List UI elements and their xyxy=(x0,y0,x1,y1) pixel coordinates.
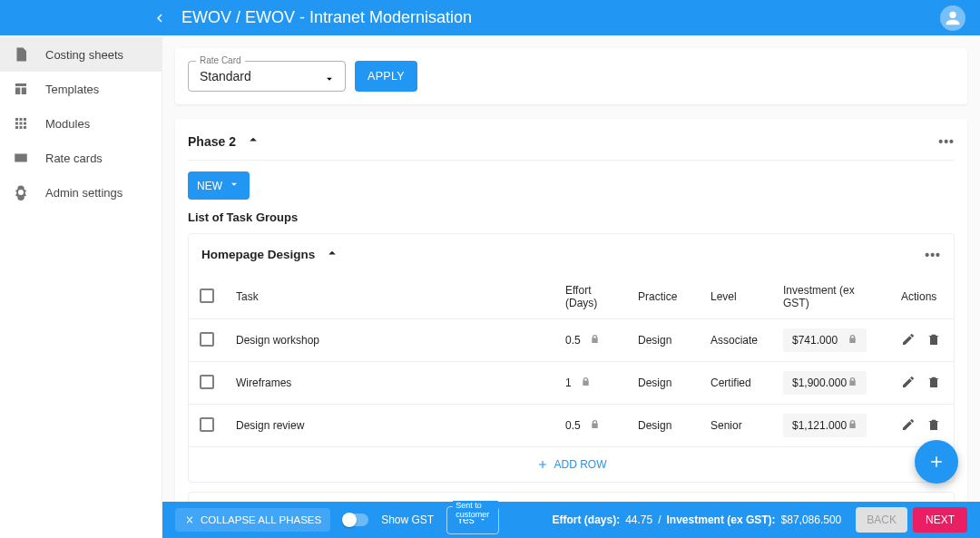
back-button[interactable]: BACK xyxy=(856,507,907,533)
chevron-down-icon xyxy=(228,178,240,193)
cell-effort: 1 xyxy=(554,362,627,405)
add-row-button[interactable]: ADD ROW xyxy=(189,447,954,482)
lock-icon xyxy=(848,419,858,432)
sent-to-customer-label: Sent to customer xyxy=(453,501,498,519)
chevron-down-icon xyxy=(323,73,336,88)
table-row: Design workshop 0.5 Design Associate $74… xyxy=(189,319,954,362)
cell-actions xyxy=(890,319,954,362)
col-actions: Actions xyxy=(890,275,954,319)
cell-task: Wireframes xyxy=(225,362,554,405)
cell-level: Associate xyxy=(700,319,772,362)
cell-practice: Design xyxy=(627,405,700,447)
delete-button[interactable] xyxy=(926,375,941,392)
col-level: Level xyxy=(700,275,772,319)
admin-icon xyxy=(13,184,29,201)
cell-investment: $1,121.000 xyxy=(772,405,890,447)
avatar[interactable] xyxy=(940,5,965,31)
footer-investment-value: $87,086.500 xyxy=(781,514,842,526)
cell-practice: Design xyxy=(627,319,700,362)
lock-icon xyxy=(848,334,858,347)
collapse-all-phases-button[interactable]: COLLAPSE ALL PHASES xyxy=(175,508,330,532)
bottom-bar: COLLAPSE ALL PHASES Show GST Sent to cus… xyxy=(162,502,980,538)
col-investment: Investment (ex GST) xyxy=(772,275,890,319)
template-icon xyxy=(13,81,29,97)
task-group-more-menu[interactable]: ••• xyxy=(925,248,941,262)
col-practice: Practice xyxy=(627,275,700,319)
lock-icon xyxy=(848,377,858,389)
modules-icon xyxy=(13,115,29,132)
next-button[interactable]: NEXT xyxy=(913,507,967,533)
cell-investment: $1,900.000 xyxy=(772,362,890,405)
rate-card-select[interactable]: Rate Card Standard xyxy=(188,61,346,92)
rate-card-selector: Rate Card Standard APPLY xyxy=(175,48,967,104)
cell-investment: $741.000 xyxy=(772,319,890,362)
col-task: Task xyxy=(225,275,554,319)
lock-icon xyxy=(581,377,591,389)
delete-button[interactable] xyxy=(926,417,941,435)
plus-icon xyxy=(927,453,946,471)
col-effort: Effort (Days) xyxy=(554,275,627,319)
cell-actions xyxy=(890,405,954,447)
footer-effort-label: Effort (days): xyxy=(552,514,620,526)
task-groups-heading: List of Task Groups xyxy=(188,210,955,224)
task-table: Task Effort (Days) Practice Level Invest… xyxy=(189,275,954,447)
rate-card-value: Standard xyxy=(200,69,251,83)
lock-icon xyxy=(590,334,600,347)
show-gst-label: Show GST xyxy=(381,514,434,526)
task-group-title: Homepage Designs xyxy=(201,248,315,261)
sidebar-item-costing-sheets[interactable]: Costing sheets xyxy=(0,37,162,72)
rate-card-floating-label: Rate Card xyxy=(196,55,245,65)
fab-add-button[interactable] xyxy=(915,440,958,484)
edit-button[interactable] xyxy=(901,375,916,392)
back-button[interactable] xyxy=(142,0,178,36)
footer-effort-value: 44.75 xyxy=(625,514,652,526)
cell-task: Design review xyxy=(225,405,554,447)
phase-more-menu[interactable]: ••• xyxy=(938,134,955,149)
footer-separator: / xyxy=(658,514,661,526)
collapse-icon xyxy=(184,514,195,525)
sent-to-customer-select[interactable]: Sent to customer Yes xyxy=(446,506,499,534)
delete-button[interactable] xyxy=(926,332,941,349)
select-all-checkbox[interactable] xyxy=(200,289,214,303)
page-title: EWOV / EWOV - Intranet Modernisation xyxy=(181,8,472,27)
chevron-up-icon[interactable] xyxy=(245,132,261,151)
cell-effort: 0.5 xyxy=(554,405,627,447)
cell-task: Design workshop xyxy=(225,319,554,362)
document-icon xyxy=(13,46,29,63)
app-header: EWOV / EWOV - Intranet Modernisation xyxy=(0,0,980,35)
sidebar-item-label: Modules xyxy=(45,117,90,131)
ratecards-icon xyxy=(13,150,29,166)
chevron-up-icon[interactable] xyxy=(324,245,340,264)
sidebar-item-label: Rate cards xyxy=(45,152,103,165)
edit-button[interactable] xyxy=(901,332,916,349)
collapse-label: COLLAPSE ALL PHASES xyxy=(201,514,321,525)
table-row: Design review 0.5 Design Senior $1,121.0… xyxy=(189,405,954,447)
sidebar-item-modules[interactable]: Modules xyxy=(0,106,162,141)
cell-effort: 0.5 xyxy=(554,319,627,362)
plus-icon xyxy=(536,458,549,471)
sidebar-item-label: Admin settings xyxy=(45,186,122,200)
add-row-label: ADD ROW xyxy=(554,458,607,471)
new-button[interactable]: NEW xyxy=(188,171,250,200)
sidebar-item-templates[interactable]: Templates xyxy=(0,72,162,106)
phase-card: Phase 2 ••• NEW List of Task Groups Home… xyxy=(175,119,967,538)
sidebar-item-admin-settings[interactable]: Admin settings xyxy=(0,175,162,210)
row-checkbox[interactable] xyxy=(200,375,214,389)
sidebar-item-rate-cards[interactable]: Rate cards xyxy=(0,141,162,175)
show-gst-toggle[interactable] xyxy=(343,514,368,526)
footer-investment-label: Investment (ex GST): xyxy=(667,514,776,526)
cell-level: Certified xyxy=(700,362,772,405)
sidebar: Costing sheets Templates Modules Rate ca… xyxy=(0,35,162,538)
phase-title: Phase 2 xyxy=(188,134,236,149)
task-group: Homepage Designs ••• Task Effort (Days) … xyxy=(188,233,955,483)
apply-button[interactable]: APPLY xyxy=(355,61,417,92)
table-row: Wireframes 1 Design Certified $1,900.000 xyxy=(189,362,954,405)
edit-button[interactable] xyxy=(901,417,916,435)
lock-icon xyxy=(590,419,600,432)
row-checkbox[interactable] xyxy=(200,417,214,432)
cell-actions xyxy=(890,362,954,405)
new-button-label: NEW xyxy=(197,180,222,192)
row-checkbox[interactable] xyxy=(200,332,214,347)
sidebar-item-label: Costing sheets xyxy=(45,48,123,62)
main-content: Rate Card Standard APPLY Phase 2 ••• NEW xyxy=(162,35,980,538)
